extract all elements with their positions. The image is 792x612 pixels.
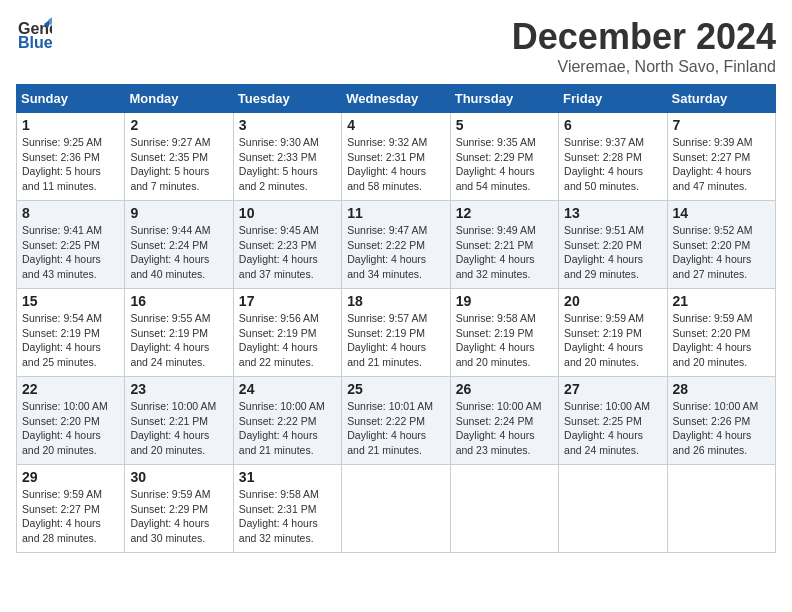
day-number: 18 bbox=[347, 293, 444, 309]
table-row: 3 Sunrise: 9:30 AM Sunset: 2:33 PM Dayli… bbox=[233, 113, 341, 201]
table-row: 9 Sunrise: 9:44 AM Sunset: 2:24 PM Dayli… bbox=[125, 201, 233, 289]
calendar-week-row: 15 Sunrise: 9:54 AM Sunset: 2:19 PM Dayl… bbox=[17, 289, 776, 377]
day-detail: Sunrise: 9:41 AM Sunset: 2:25 PM Dayligh… bbox=[22, 223, 119, 282]
sunrise-time: Sunrise: 9:56 AM bbox=[239, 312, 319, 324]
day-number: 20 bbox=[564, 293, 661, 309]
day-detail: Sunrise: 10:00 AM Sunset: 2:26 PM Daylig… bbox=[673, 399, 770, 458]
sunset-time: Sunset: 2:25 PM bbox=[564, 415, 642, 427]
day-detail: Sunrise: 9:32 AM Sunset: 2:31 PM Dayligh… bbox=[347, 135, 444, 194]
daylight-hours: Daylight: 4 hours and 24 minutes. bbox=[130, 341, 209, 368]
sunrise-time: Sunrise: 9:35 AM bbox=[456, 136, 536, 148]
sunset-time: Sunset: 2:20 PM bbox=[564, 239, 642, 251]
sunrise-time: Sunrise: 9:57 AM bbox=[347, 312, 427, 324]
table-row: 5 Sunrise: 9:35 AM Sunset: 2:29 PM Dayli… bbox=[450, 113, 558, 201]
daylight-hours: Daylight: 4 hours and 24 minutes. bbox=[564, 429, 643, 456]
daylight-hours: Daylight: 4 hours and 28 minutes. bbox=[22, 517, 101, 544]
sunset-time: Sunset: 2:31 PM bbox=[239, 503, 317, 515]
daylight-hours: Daylight: 4 hours and 37 minutes. bbox=[239, 253, 318, 280]
day-detail: Sunrise: 9:30 AM Sunset: 2:33 PM Dayligh… bbox=[239, 135, 336, 194]
day-number: 22 bbox=[22, 381, 119, 397]
sunrise-time: Sunrise: 9:52 AM bbox=[673, 224, 753, 236]
table-row: 26 Sunrise: 10:00 AM Sunset: 2:24 PM Day… bbox=[450, 377, 558, 465]
day-detail: Sunrise: 9:59 AM Sunset: 2:19 PM Dayligh… bbox=[564, 311, 661, 370]
table-row bbox=[450, 465, 558, 553]
table-row: 30 Sunrise: 9:59 AM Sunset: 2:29 PM Dayl… bbox=[125, 465, 233, 553]
sunrise-time: Sunrise: 9:37 AM bbox=[564, 136, 644, 148]
daylight-hours: Daylight: 5 hours and 2 minutes. bbox=[239, 165, 318, 192]
day-number: 11 bbox=[347, 205, 444, 221]
day-detail: Sunrise: 9:37 AM Sunset: 2:28 PM Dayligh… bbox=[564, 135, 661, 194]
daylight-hours: Daylight: 4 hours and 54 minutes. bbox=[456, 165, 535, 192]
sunset-time: Sunset: 2:19 PM bbox=[564, 327, 642, 339]
table-row: 2 Sunrise: 9:27 AM Sunset: 2:35 PM Dayli… bbox=[125, 113, 233, 201]
calendar-week-row: 22 Sunrise: 10:00 AM Sunset: 2:20 PM Day… bbox=[17, 377, 776, 465]
daylight-hours: Daylight: 4 hours and 20 minutes. bbox=[564, 341, 643, 368]
col-sunday: Sunday bbox=[17, 85, 125, 113]
day-detail: Sunrise: 10:00 AM Sunset: 2:22 PM Daylig… bbox=[239, 399, 336, 458]
day-detail: Sunrise: 9:58 AM Sunset: 2:19 PM Dayligh… bbox=[456, 311, 553, 370]
title-block: December 2024 Vieremae, North Savo, Finl… bbox=[512, 16, 776, 76]
sunrise-time: Sunrise: 9:51 AM bbox=[564, 224, 644, 236]
day-detail: Sunrise: 9:44 AM Sunset: 2:24 PM Dayligh… bbox=[130, 223, 227, 282]
day-number: 7 bbox=[673, 117, 770, 133]
sunrise-time: Sunrise: 10:01 AM bbox=[347, 400, 433, 412]
daylight-hours: Daylight: 4 hours and 29 minutes. bbox=[564, 253, 643, 280]
sunset-time: Sunset: 2:36 PM bbox=[22, 151, 100, 163]
table-row: 24 Sunrise: 10:00 AM Sunset: 2:22 PM Day… bbox=[233, 377, 341, 465]
sunrise-time: Sunrise: 9:54 AM bbox=[22, 312, 102, 324]
daylight-hours: Daylight: 4 hours and 43 minutes. bbox=[22, 253, 101, 280]
daylight-hours: Daylight: 4 hours and 34 minutes. bbox=[347, 253, 426, 280]
day-number: 14 bbox=[673, 205, 770, 221]
table-row: 16 Sunrise: 9:55 AM Sunset: 2:19 PM Dayl… bbox=[125, 289, 233, 377]
sunset-time: Sunset: 2:28 PM bbox=[564, 151, 642, 163]
sunset-time: Sunset: 2:19 PM bbox=[347, 327, 425, 339]
day-number: 26 bbox=[456, 381, 553, 397]
day-number: 15 bbox=[22, 293, 119, 309]
sunset-time: Sunset: 2:22 PM bbox=[239, 415, 317, 427]
daylight-hours: Daylight: 4 hours and 27 minutes. bbox=[673, 253, 752, 280]
sunset-time: Sunset: 2:19 PM bbox=[456, 327, 534, 339]
table-row: 19 Sunrise: 9:58 AM Sunset: 2:19 PM Dayl… bbox=[450, 289, 558, 377]
day-number: 1 bbox=[22, 117, 119, 133]
sunset-time: Sunset: 2:29 PM bbox=[456, 151, 534, 163]
calendar-week-row: 8 Sunrise: 9:41 AM Sunset: 2:25 PM Dayli… bbox=[17, 201, 776, 289]
calendar-week-row: 1 Sunrise: 9:25 AM Sunset: 2:36 PM Dayli… bbox=[17, 113, 776, 201]
sunset-time: Sunset: 2:24 PM bbox=[130, 239, 208, 251]
sunset-time: Sunset: 2:19 PM bbox=[239, 327, 317, 339]
table-row bbox=[342, 465, 450, 553]
table-row: 20 Sunrise: 9:59 AM Sunset: 2:19 PM Dayl… bbox=[559, 289, 667, 377]
day-detail: Sunrise: 9:57 AM Sunset: 2:19 PM Dayligh… bbox=[347, 311, 444, 370]
sunset-time: Sunset: 2:22 PM bbox=[347, 415, 425, 427]
day-detail: Sunrise: 9:54 AM Sunset: 2:19 PM Dayligh… bbox=[22, 311, 119, 370]
day-number: 4 bbox=[347, 117, 444, 133]
sunrise-time: Sunrise: 10:00 AM bbox=[564, 400, 650, 412]
sunrise-time: Sunrise: 9:59 AM bbox=[130, 488, 210, 500]
table-row bbox=[559, 465, 667, 553]
daylight-hours: Daylight: 4 hours and 20 minutes. bbox=[22, 429, 101, 456]
calendar-header-row: Sunday Monday Tuesday Wednesday Thursday… bbox=[17, 85, 776, 113]
day-number: 27 bbox=[564, 381, 661, 397]
day-number: 28 bbox=[673, 381, 770, 397]
day-number: 25 bbox=[347, 381, 444, 397]
sunset-time: Sunset: 2:33 PM bbox=[239, 151, 317, 163]
sunset-time: Sunset: 2:23 PM bbox=[239, 239, 317, 251]
sunset-time: Sunset: 2:26 PM bbox=[673, 415, 751, 427]
table-row: 29 Sunrise: 9:59 AM Sunset: 2:27 PM Dayl… bbox=[17, 465, 125, 553]
daylight-hours: Daylight: 4 hours and 21 minutes. bbox=[347, 341, 426, 368]
logo: General Blue bbox=[16, 16, 52, 56]
day-detail: Sunrise: 9:56 AM Sunset: 2:19 PM Dayligh… bbox=[239, 311, 336, 370]
sunset-time: Sunset: 2:21 PM bbox=[130, 415, 208, 427]
day-detail: Sunrise: 10:00 AM Sunset: 2:24 PM Daylig… bbox=[456, 399, 553, 458]
sunrise-time: Sunrise: 9:58 AM bbox=[456, 312, 536, 324]
sunrise-time: Sunrise: 9:45 AM bbox=[239, 224, 319, 236]
daylight-hours: Daylight: 4 hours and 23 minutes. bbox=[456, 429, 535, 456]
sunset-time: Sunset: 2:20 PM bbox=[22, 415, 100, 427]
daylight-hours: Daylight: 4 hours and 20 minutes. bbox=[456, 341, 535, 368]
day-number: 10 bbox=[239, 205, 336, 221]
day-detail: Sunrise: 9:52 AM Sunset: 2:20 PM Dayligh… bbox=[673, 223, 770, 282]
sunrise-time: Sunrise: 9:30 AM bbox=[239, 136, 319, 148]
table-row: 12 Sunrise: 9:49 AM Sunset: 2:21 PM Dayl… bbox=[450, 201, 558, 289]
col-tuesday: Tuesday bbox=[233, 85, 341, 113]
day-detail: Sunrise: 9:47 AM Sunset: 2:22 PM Dayligh… bbox=[347, 223, 444, 282]
sunrise-time: Sunrise: 10:00 AM bbox=[22, 400, 108, 412]
